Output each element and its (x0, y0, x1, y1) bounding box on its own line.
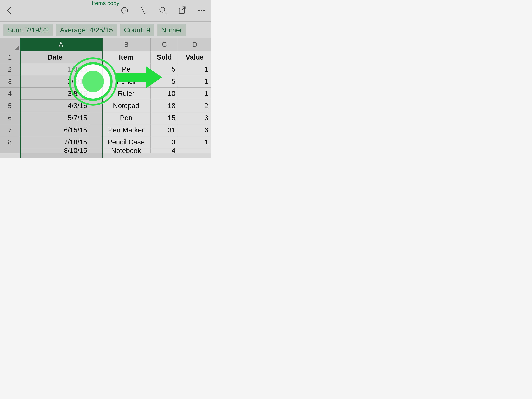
data-rows: 1 Date Item Sold Value 2 1/3/15 Pe 5 1 3… (0, 51, 211, 153)
back-button[interactable] (5, 6, 14, 16)
more-icon (197, 6, 206, 15)
search-icon (158, 6, 168, 15)
cell[interactable]: 8/10/15 (20, 148, 90, 153)
row-header[interactable]: 4 (0, 88, 20, 100)
cell[interactable]: 31 (151, 124, 178, 136)
row-header[interactable]: 7 (0, 124, 20, 136)
more-button[interactable] (197, 6, 206, 16)
stats-bar: Sum: 7/19/22 Average: 4/25/15 Count: 9 N… (0, 22, 211, 38)
svg-point-6 (203, 10, 205, 11)
cell[interactable]: 7/18/15 (20, 136, 90, 148)
cell[interactable]: Pencil (102, 76, 151, 88)
cell[interactable]: Sold (151, 51, 178, 63)
stat-sum[interactable]: Sum: 7/19/22 (3, 24, 53, 36)
svg-point-4 (198, 10, 200, 11)
column-header-a[interactable]: A (20, 38, 102, 51)
share-button[interactable] (177, 6, 187, 16)
spreadsheet-grid[interactable]: A B C D 1 Date Item Sold Value 2 1/3/15 … (0, 38, 211, 153)
column-header-b[interactable]: B (102, 38, 151, 51)
cell[interactable]: Notebook (102, 148, 151, 153)
row-header[interactable]: 5 (0, 100, 20, 112)
cell[interactable]: Pen (102, 112, 151, 124)
undo-icon (120, 6, 129, 15)
cell[interactable]: 1 (178, 136, 211, 148)
document-title: Items copy (92, 0, 119, 6)
stat-average[interactable]: Average: 4/25/15 (56, 24, 117, 36)
select-all-corner[interactable] (0, 38, 20, 51)
column-header-d[interactable]: D (178, 38, 211, 51)
cell[interactable]: 5 (151, 76, 178, 88)
cell[interactable]: Ruler (102, 88, 151, 100)
cell[interactable]: 3 (151, 136, 178, 148)
column-header-c[interactable]: C (151, 38, 178, 51)
edit-pen-icon (139, 6, 148, 15)
svg-line-1 (164, 12, 166, 14)
edit-button[interactable] (139, 6, 148, 16)
cell[interactable]: 2 (178, 100, 211, 112)
row-header[interactable] (0, 148, 20, 153)
row-header[interactable]: 6 (0, 112, 20, 124)
cell[interactable] (178, 148, 211, 153)
share-icon (177, 6, 187, 15)
row-header[interactable]: 2 (0, 63, 20, 76)
cell[interactable]: 3 (178, 112, 211, 124)
cell[interactable]: 6 (178, 124, 211, 136)
table-row: 1 Date Item Sold Value (0, 51, 211, 63)
cell[interactable]: 1/3/15 (20, 63, 90, 75)
cell[interactable]: 1 (178, 88, 211, 100)
chevron-left-icon (5, 6, 14, 15)
column-headers: A B C D (0, 38, 211, 51)
cell[interactable]: Date (20, 51, 90, 63)
row-header[interactable]: 3 (0, 76, 20, 88)
cell[interactable]: 2/6/15 (20, 76, 90, 88)
cell[interactable]: Item (102, 51, 151, 63)
cell[interactable]: Pe (102, 63, 151, 76)
cell[interactable]: 10 (151, 88, 178, 100)
cell[interactable]: Pen Marker (102, 124, 151, 136)
stat-numerical[interactable]: Numer (157, 24, 186, 36)
svg-point-0 (160, 7, 165, 12)
svg-rect-2 (179, 8, 184, 13)
table-row: 8 7/18/15 Pencil Case 3 1 (0, 136, 211, 148)
cell[interactable]: Value (178, 51, 211, 63)
table-row: 2 1/3/15 Pe 5 1 (0, 63, 211, 76)
cell[interactable]: 1 (178, 63, 211, 76)
table-row: 6 5/7/15 Pen 15 3 (0, 112, 211, 124)
cell[interactable]: Notepad (102, 100, 151, 112)
cell[interactable]: Pencil Case (102, 136, 151, 148)
svg-point-5 (201, 10, 202, 11)
cell[interactable]: 4 (151, 148, 178, 153)
cell[interactable]: 18 (151, 100, 178, 112)
cell[interactable]: 5/7/15 (20, 112, 90, 124)
table-row: 3 2/6/15 Pencil 5 1 (0, 76, 211, 88)
cell[interactable]: 5 (151, 63, 178, 76)
cell[interactable]: 3/8/15 (20, 88, 90, 100)
row-header[interactable]: 8 (0, 136, 20, 148)
row-header[interactable]: 1 (0, 51, 20, 63)
table-row: 5 4/3/15 Notepad 18 2 (0, 100, 211, 112)
table-row: 8/10/15 Notebook 4 (0, 148, 211, 153)
table-row: 4 3/8/15 Ruler 10 1 (0, 88, 211, 100)
undo-button[interactable] (120, 6, 129, 16)
toolbar-actions (120, 6, 206, 16)
cell[interactable]: 6/15/15 (20, 124, 90, 136)
stat-count[interactable]: Count: 9 (120, 24, 154, 36)
toolbar: Items copy (0, 0, 211, 22)
cell[interactable]: 15 (151, 112, 178, 124)
search-button[interactable] (158, 6, 168, 16)
table-row: 7 6/15/15 Pen Marker 31 6 (0, 124, 211, 136)
cell[interactable]: 4/3/15 (20, 100, 90, 112)
cell[interactable]: 1 (178, 76, 211, 88)
